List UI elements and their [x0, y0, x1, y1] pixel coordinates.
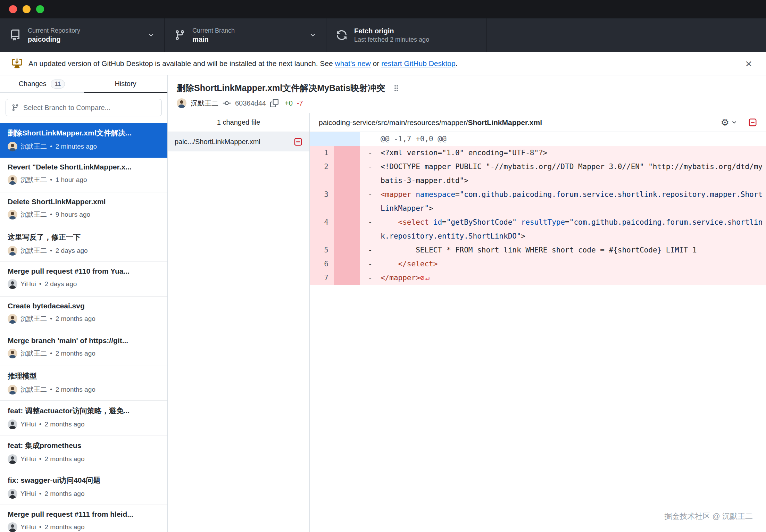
sidebar: Changes 11 History 删除ShortLinkMapper.xml… [0, 75, 168, 532]
update-banner-text: An updated version of GitHub Desktop is … [28, 59, 458, 68]
commit-title: feat: 调整actuactor访问策略，避免... [8, 406, 161, 416]
commit-time: 2 months ago [44, 490, 84, 498]
commit-list-item[interactable]: 推理模型 沉默王二 • 2 months ago [0, 366, 167, 401]
diff-line[interactable]: 3 -<mapper namespace="com.github.paicodi… [310, 188, 766, 215]
toolbar: Current Repository paicoding Current Bra… [0, 18, 766, 52]
restart-link[interactable]: restart GitHub Desktop [381, 59, 456, 67]
window-minimize-button[interactable] [23, 5, 31, 13]
commit-summary-title: 删除ShortLinkMapper.xml文件解决MyBatis映射冲突 [177, 82, 385, 94]
commit-time: 9 hours ago [56, 211, 90, 218]
commit-list-item[interactable]: feat: 集成prometheus YiHui • 2 months ago [0, 435, 167, 470]
commit-list-item[interactable]: fix: swagger-ui访问404问题 YiHui • 2 months … [0, 470, 167, 505]
commit-meta: 沉默王二 • 1 hour ago [8, 175, 161, 185]
gutter-stripe [334, 257, 360, 271]
commit-title: feat: 集成prometheus [8, 441, 161, 450]
separator-dot: • [39, 280, 42, 288]
commit-author: 沉默王二 [20, 314, 47, 323]
commit-list-item[interactable]: Merge branch 'main' of https://git... 沉默… [0, 331, 167, 366]
commit-list-item[interactable]: Delete ShortLinkMapper.xml 沉默王二 • 9 hour… [0, 192, 167, 227]
window-zoom-button[interactable] [36, 5, 44, 13]
current-repository-text: Current Repository paicoding [28, 27, 142, 43]
commit-list-item[interactable]: Revert "Delete ShortLinkMapper.x... 沉默王二… [0, 158, 167, 192]
commit-list-item[interactable]: 删除ShortLinkMapper.xml文件解决... 沉默王二 • 2 mi… [0, 123, 167, 158]
commit-time: 2 days ago [44, 280, 77, 288]
diff-line[interactable]: @@ -1,7 +0,0 @@ [310, 132, 766, 146]
commit-title: 推理模型 [8, 371, 161, 381]
commit-title: Revert "Delete ShortLinkMapper.x... [8, 163, 161, 171]
diff-marker: - [360, 188, 381, 215]
commit-list-item[interactable]: feat: 调整actuactor访问策略，避免... YiHui • 2 mo… [0, 401, 167, 435]
diff-file-name: ShortLinkMapper.xml [468, 118, 542, 126]
history-detail-pane: 删除ShortLinkMapper.xml文件解决MyBatis映射冲突 沉默王… [168, 75, 766, 532]
changed-files-header: 1 changed file [168, 113, 309, 132]
commit-author: YiHui [20, 490, 36, 498]
commit-list-item[interactable]: Create bytedaceai.svg 沉默王二 • 2 months ag… [0, 297, 167, 331]
separator-dot: • [50, 211, 52, 218]
diff-line-code: - </select> [360, 257, 766, 271]
commit-time: 2 days ago [56, 247, 88, 255]
close-icon[interactable]: × [743, 58, 754, 69]
commit-header: 删除ShortLinkMapper.xml文件解决MyBatis映射冲突 沉默王… [168, 75, 766, 113]
commit-list-item[interactable]: Merge pull request #110 from Yua... YiHu… [0, 262, 167, 297]
current-repository-dropdown[interactable]: Current Repository paicoding [0, 18, 165, 52]
current-repository-value: paicoding [28, 35, 142, 43]
drag-handle-icon[interactable] [392, 84, 400, 92]
update-banner-suffix: . [456, 59, 458, 67]
fetch-origin-button[interactable]: Fetch origin Last fetched 2 minutes ago [326, 18, 487, 52]
update-download-icon [12, 58, 22, 69]
commit-title: Merge branch 'main' of https://git... [8, 336, 161, 345]
tab-changes[interactable]: Changes 11 [0, 75, 84, 92]
avatar [8, 419, 17, 429]
fetch-origin-label: Fetch origin [354, 27, 477, 35]
no-newline-icon: ⊘↵ [420, 274, 430, 282]
gutter-stripe [334, 160, 360, 188]
branch-compare-box[interactable] [6, 99, 162, 116]
file-panel: 1 changed file paic.../ShortLinkMapper.x… [168, 113, 766, 532]
whats-new-link[interactable]: what's new [335, 59, 371, 67]
gutter-stripe [334, 146, 360, 160]
gutter-stripe [334, 188, 360, 215]
commit-hash: 60364d44 [235, 99, 266, 107]
diff-line[interactable]: 7 -</mapper>⊘↵ [310, 271, 766, 285]
compare-branch-input[interactable] [23, 104, 156, 112]
diff-options-button[interactable]: ⚙ [721, 118, 737, 127]
copy-icon[interactable] [270, 99, 278, 107]
commit-list-item[interactable]: 这里写反了，修正一下 沉默王二 • 2 days ago [0, 227, 167, 262]
diff-pane: paicoding-service/src/main/resources/map… [310, 113, 766, 532]
separator-dot: • [50, 176, 52, 184]
current-branch-dropdown[interactable]: Current Branch main [165, 18, 326, 52]
code-text: <!DOCTYPE mapper PUBLIC "-//mybatis.org/… [381, 160, 766, 188]
commit-author: 沉默王二 [20, 385, 47, 394]
tab-history[interactable]: History [84, 75, 167, 92]
toolbar-spacer [487, 18, 766, 52]
commit-time: 2 minutes ago [56, 143, 97, 150]
diff-line[interactable]: 6 - </select> [310, 257, 766, 271]
repo-icon [10, 30, 21, 41]
commit-list-item[interactable]: Merge pull request #111 from hleid... Yi… [0, 505, 167, 532]
diff-line[interactable]: 4 - <select id="getByShortCode" resultTy… [310, 215, 766, 243]
diff-line[interactable]: 5 - SELECT * FROM short_link WHERE short… [310, 243, 766, 257]
commit-title: Merge pull request #110 from Yua... [8, 267, 161, 275]
commit-time: 2 months ago [44, 455, 84, 463]
fetch-origin-text: Fetch origin Last fetched 2 minutes ago [354, 27, 477, 43]
diff-line[interactable]: 1 -<?xml version="1.0" encoding="UTF-8"?… [310, 146, 766, 160]
commit-meta: 沉默王二 • 2 months ago [8, 349, 161, 358]
changed-file-name: paic.../ShortLinkMapper.xml [175, 138, 294, 146]
window-controls [9, 5, 44, 13]
commit-time: 2 months ago [44, 421, 84, 428]
diff-line-code: @@ -1,7 +0,0 @@ [360, 132, 766, 146]
diff-line-code: -<mapper namespace="com.github.paicoding… [360, 188, 766, 215]
diff-marker: - [360, 160, 381, 188]
diff-body[interactable]: @@ -1,7 +0,0 @@ 1 -<?xml version="1.0" e… [310, 132, 766, 532]
old-line-number: 5 [310, 243, 334, 257]
old-line-number: 7 [310, 271, 334, 285]
diff-marker [360, 132, 381, 146]
gear-icon: ⚙ [721, 118, 729, 127]
diff-marker: - [360, 271, 381, 285]
commit-meta: YiHui • 2 months ago [8, 454, 161, 464]
diff-line[interactable]: 2 -<!DOCTYPE mapper PUBLIC "-//mybatis.o… [310, 160, 766, 188]
current-branch-value: main [192, 35, 304, 43]
window-close-button[interactable] [9, 5, 17, 13]
code-text: SELECT * FROM short_link WHERE short_cod… [381, 243, 766, 257]
changed-file-item[interactable]: paic.../ShortLinkMapper.xml [168, 132, 309, 151]
